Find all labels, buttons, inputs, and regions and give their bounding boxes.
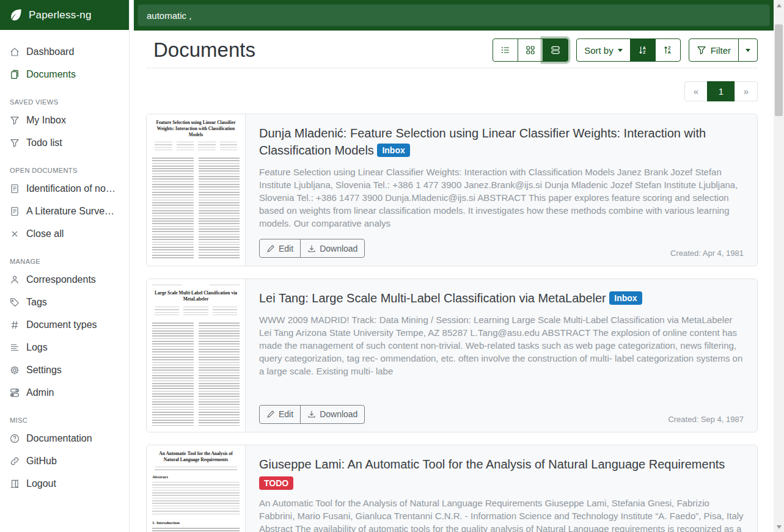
download-button[interactable]: Download [300,239,365,258]
sidebar-item-github[interactable]: GitHub [0,450,129,472]
created-date: Created: Apr 4, 1981 [670,249,744,258]
funnel-icon [10,138,20,148]
view-detail-button[interactable] [543,38,568,62]
svg-text:Z: Z [668,46,671,50]
sidebar-item-logs[interactable]: Logs [0,336,129,359]
person-icon [10,275,20,285]
sidebar-item-documentation[interactable]: Documentation [0,427,129,450]
topbar [134,0,774,31]
card-actions: Edit Download [259,239,365,258]
app-brand[interactable]: Paperless-ng [0,0,129,30]
sidebar-item-tags[interactable]: Tags [0,291,129,313]
tag-icon [10,297,20,307]
leaf-logo-icon [9,9,22,21]
document-excerpt: An Automatic Tool for the Analysis of Na… [259,497,744,532]
download-icon [307,244,316,253]
sidebar-item-admin[interactable]: Admin [0,381,129,404]
sidebar-item-my-inbox[interactable]: My Inbox [0,109,129,131]
view-list-button[interactable] [493,38,518,62]
scrollbar-thumb[interactable] [775,24,783,116]
link-icon [10,456,20,466]
detail-view-icon [551,45,560,55]
pencil-icon [266,244,275,253]
search-input[interactable] [137,4,770,26]
download-button[interactable]: Download [300,405,365,424]
door-icon [10,479,20,489]
section-saved-views: SAVED VIEWS [0,93,129,109]
home-icon [10,47,20,57]
file-text-icon [10,206,20,216]
sort-ascending-button[interactable]: ZA [655,38,681,62]
edit-button[interactable]: Edit [259,239,301,258]
document-card: An Automatic Tool for the Analysis of Na… [146,445,758,532]
document-title[interactable]: Giuseppe Lami: An Automatic Tool for the… [259,456,744,473]
sidebar-item-logout[interactable]: Logout [0,472,129,495]
sidebar-item-documents[interactable]: Documents [0,63,129,86]
svg-text:A: A [642,46,645,50]
sidebar-item-open-doc-1[interactable]: Identification of non-fu... [0,177,129,200]
text-lines-icon [10,343,20,352]
edit-button[interactable]: Edit [259,405,301,424]
hash-icon [10,320,20,330]
document-thumbnail[interactable]: Feature Selection using Linear Classifie… [147,114,246,266]
pagination-next-button[interactable]: » [735,81,758,101]
download-icon [307,410,316,418]
question-circle-icon [10,434,20,443]
pagination-prev-button[interactable]: « [684,81,708,101]
chevron-down-icon [618,49,623,52]
section-open-documents: OPEN DOCUMENTS [0,162,129,177]
sidebar-item-close-all[interactable]: Close all [0,222,129,245]
sidebar: Paperless-ng Dashboard Documents SAVED V… [0,0,130,532]
grid-icon [526,45,535,55]
tag-badge-inbox[interactable]: Inbox [609,291,642,305]
created-date: Created: Sep 4, 1987 [668,415,744,424]
filter-button[interactable]: Filter [689,38,739,62]
header-divider [146,68,758,68]
document-card: Large Scale Multi-Label Classification v… [146,279,758,432]
document-title[interactable]: Dunja Mladenić: Feature Selection using … [259,125,744,159]
card-actions: Edit Download [259,405,365,424]
view-mode-group [493,38,568,62]
vertical-scrollbar [774,0,784,532]
list-icon [500,45,510,55]
sidebar-item-todo-list[interactable]: Todo list [0,131,129,154]
document-title[interactable]: Lei Tang: Large Scale Multi-Label Classi… [259,290,744,307]
tag-badge-inbox[interactable]: Inbox [377,144,409,157]
funnel-icon [10,115,20,125]
filter-dropdown-button[interactable] [738,38,758,62]
pencil-icon [266,410,275,418]
document-thumbnail[interactable]: Large Scale Multi-Label Classification v… [147,279,246,432]
sidebar-item-dashboard[interactable]: Dashboard [0,40,129,63]
sort-descending-button[interactable]: AZ [630,38,656,62]
svg-text:A: A [667,50,670,54]
sidebar-item-document-types[interactable]: Document types [0,313,129,336]
svg-text:Z: Z [643,50,646,54]
documents-icon [10,70,20,79]
document-list: Feature Selection using Linear Classifie… [146,114,758,532]
file-text-icon [10,184,20,194]
document-excerpt: Feature Selection using Linear Classifie… [259,166,744,230]
main-content: Documents Sort by AZ ZA Filter [130,31,774,532]
sidebar-item-open-doc-2[interactable]: A Literature Survey on ... [0,200,129,222]
page-title: Documents [153,38,255,62]
toggles-icon [10,388,20,398]
toolbar: Sort by AZ ZA Filter [493,38,758,62]
sidebar-item-correspondents[interactable]: Correspondents [0,268,129,291]
sidebar-item-settings[interactable]: Settings [0,359,129,381]
document-card: Feature Selection using Linear Classifie… [146,114,758,266]
filter-group: Filter [689,38,758,62]
view-grid-button[interactable] [518,38,543,62]
tag-badge-todo[interactable]: TODO [259,476,293,490]
document-thumbnail[interactable]: An Automatic Tool for the Analysis of Na… [147,445,246,532]
scroll-up-arrow[interactable] [774,0,784,10]
sort-alpha-up-icon: ZA [663,45,673,55]
sort-by-button[interactable]: Sort by [576,38,631,62]
funnel-icon [697,45,706,55]
close-icon [10,229,20,239]
gear-icon [10,365,20,375]
pagination-page-1-button[interactable]: 1 [707,81,735,101]
app-name: Paperless-ng [29,9,92,21]
scroll-down-arrow[interactable] [774,522,784,532]
document-excerpt: WWW 2009 MADRID! Track: Data Mining / Se… [259,313,744,377]
chevron-down-icon [746,49,750,52]
